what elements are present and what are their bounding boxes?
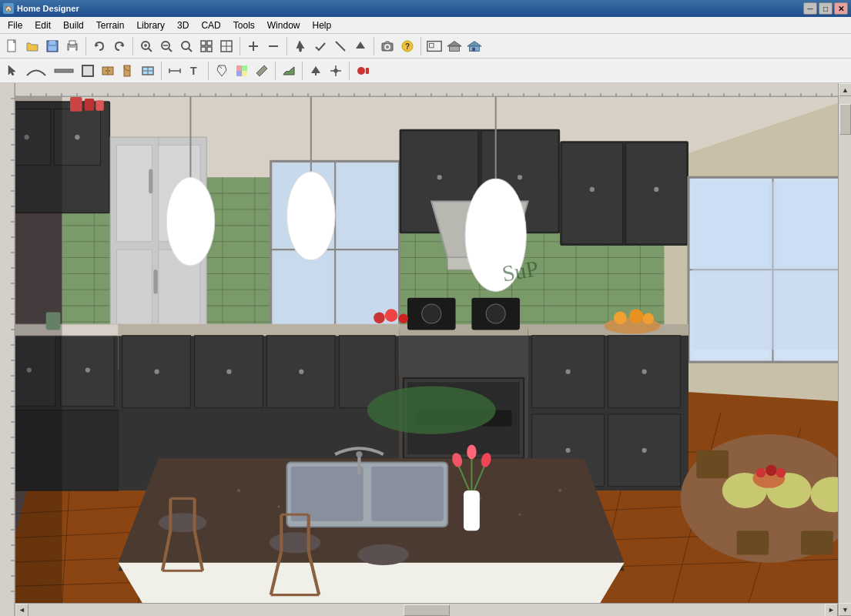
print-button[interactable] (63, 37, 82, 55)
door-button[interactable] (119, 62, 137, 80)
hscroll-thumb[interactable] (404, 604, 450, 616)
window-button[interactable] (139, 62, 157, 80)
redo-button[interactable] (110, 37, 129, 55)
minimize-button[interactable]: ─ (803, 2, 817, 15)
svg-point-306 (558, 489, 561, 492)
check-button[interactable] (311, 37, 330, 55)
menu-item-library[interactable]: Library (130, 17, 171, 33)
svg-point-334 (357, 544, 409, 565)
cabinet-button[interactable] (99, 62, 117, 80)
plus-button[interactable] (244, 37, 263, 55)
scroll-left-button[interactable]: ◄ (15, 604, 28, 617)
select-button[interactable] (3, 62, 22, 80)
scroll-right-button[interactable]: ► (825, 604, 838, 617)
toolbar2: T (0, 59, 851, 83)
open-button[interactable] (23, 37, 42, 55)
svg-rect-59 (242, 71, 247, 76)
new-button[interactable] (3, 37, 22, 55)
menu-item-terrain[interactable]: Terrain (90, 17, 131, 33)
eyedrop-button[interactable] (253, 62, 271, 80)
svg-point-305 (518, 514, 521, 516)
record-button[interactable] (353, 62, 372, 80)
menu-item-build[interactable]: Build (57, 17, 90, 33)
help-button[interactable]: ? (398, 37, 417, 55)
zoom-in-button[interactable] (137, 37, 156, 55)
maximize-button[interactable]: □ (819, 2, 833, 15)
menu-item-window[interactable]: Window (261, 17, 307, 33)
fit-button[interactable] (197, 37, 216, 55)
sep10 (302, 62, 303, 80)
svg-rect-66 (366, 68, 369, 74)
canvas-area[interactable]: SuP (15, 97, 838, 603)
svg-rect-35 (430, 43, 434, 48)
room-button[interactable] (79, 62, 97, 80)
svg-text:T: T (190, 65, 197, 77)
line-button[interactable] (331, 37, 350, 55)
menu-item-edit[interactable]: Edit (28, 17, 57, 33)
dimension-button[interactable] (166, 62, 184, 80)
svg-rect-342 (696, 450, 729, 479)
svg-point-277 (486, 304, 505, 323)
vscroll-thumb[interactable] (839, 104, 851, 135)
interior-button[interactable] (465, 37, 484, 55)
app-icon: 🏠 (3, 3, 14, 14)
save-button[interactable] (43, 37, 62, 55)
terrain-btn[interactable] (280, 62, 298, 80)
svg-point-276 (422, 304, 441, 323)
svg-point-338 (287, 172, 336, 260)
color-button[interactable] (213, 62, 231, 80)
undo-button[interactable] (90, 37, 109, 55)
svg-point-355 (399, 314, 409, 324)
up-arrow-button[interactable] (351, 37, 370, 55)
svg-rect-19 (207, 41, 212, 45)
svg-rect-233 (339, 166, 395, 246)
menu-item-3d[interactable]: 3D (171, 17, 195, 33)
menu-item-cad[interactable]: CAD (195, 17, 226, 33)
scroll-up-button[interactable]: ▲ (839, 83, 851, 96)
zoom-out-button[interactable] (177, 37, 196, 55)
svg-rect-37 (450, 46, 460, 51)
svg-point-295 (367, 386, 496, 434)
menu-item-help[interactable]: Help (306, 17, 337, 33)
arc-button[interactable] (23, 62, 49, 80)
camera-button[interactable] (378, 37, 397, 55)
svg-rect-2 (49, 41, 55, 45)
menu-item-file[interactable]: File (2, 17, 28, 33)
menu-item-tools[interactable]: Tools (227, 17, 261, 33)
close-button[interactable]: ✕ (834, 2, 848, 15)
svg-rect-18 (201, 41, 206, 45)
zoom-in2-button[interactable] (157, 37, 176, 55)
material-button[interactable] (233, 62, 251, 80)
hscroll-track[interactable] (28, 604, 825, 617)
sep9 (275, 62, 276, 80)
svg-rect-58 (236, 71, 242, 76)
svg-rect-226 (149, 169, 152, 193)
pointer-button[interactable] (291, 37, 310, 55)
svg-point-65 (357, 67, 365, 75)
fill-button[interactable] (217, 37, 236, 55)
svg-point-298 (237, 489, 240, 492)
svg-line-14 (169, 49, 172, 52)
main-container: SuP ◄ ► ▲ ▼ (0, 83, 851, 616)
text-button[interactable]: T (186, 62, 204, 80)
svg-line-28 (336, 42, 345, 51)
floorplan-button[interactable] (425, 37, 444, 55)
svg-rect-219 (95, 100, 103, 111)
left-ruler (0, 83, 15, 616)
exterior-button[interactable] (445, 37, 464, 55)
svg-rect-243 (561, 142, 622, 243)
title-bar-controls: ─ □ ✕ (803, 2, 848, 15)
scroll-down-button[interactable]: ▼ (839, 603, 851, 616)
vscroll-track[interactable] (839, 96, 851, 603)
svg-rect-343 (837, 450, 838, 479)
svg-point-16 (182, 42, 189, 49)
svg-line-55 (219, 65, 222, 69)
svg-rect-222 (116, 146, 152, 242)
wall-button[interactable] (51, 62, 77, 80)
minus-button[interactable] (264, 37, 283, 55)
svg-point-287 (565, 370, 570, 374)
sep7 (161, 62, 162, 80)
cross-button[interactable] (327, 62, 345, 80)
up-arrow2-button[interactable] (307, 62, 325, 80)
svg-point-260 (85, 367, 90, 372)
